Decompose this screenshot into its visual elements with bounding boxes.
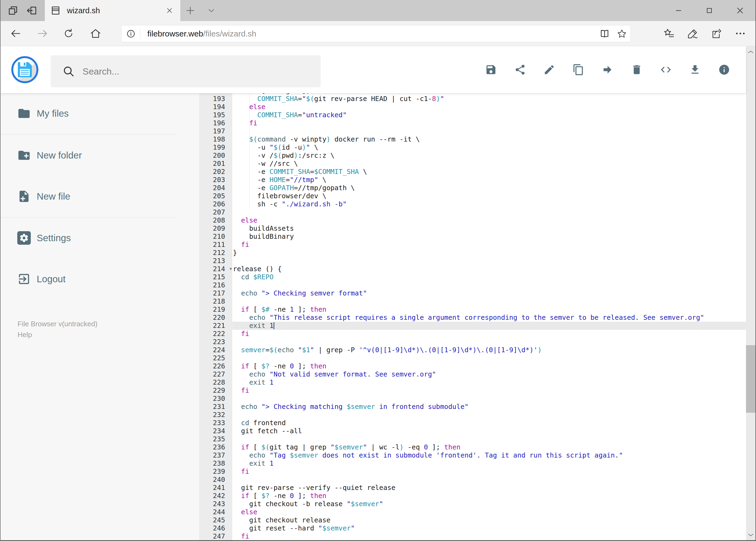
close-window-button[interactable] bbox=[725, 0, 755, 21]
code-line[interactable]: 229 fi bbox=[199, 386, 746, 395]
code-line[interactable]: 238 exit 1 bbox=[199, 459, 746, 467]
info-button[interactable] bbox=[718, 64, 730, 76]
code-line[interactable]: 235 bbox=[199, 435, 746, 443]
sidebar-item-my-files[interactable]: My files bbox=[1, 99, 199, 128]
code-line[interactable]: 214▾release () { bbox=[199, 265, 746, 273]
filebrowser-logo[interactable] bbox=[11, 56, 38, 83]
url-field[interactable]: filebrowser.web/files/wizard.sh bbox=[121, 25, 631, 42]
maximize-button[interactable] bbox=[694, 0, 725, 21]
home-button[interactable] bbox=[88, 26, 103, 41]
tab-close-button[interactable] bbox=[164, 5, 175, 16]
code-line[interactable]: 219 if [ $# -ne 1 ]; then bbox=[199, 305, 746, 313]
help-link[interactable]: Help bbox=[18, 329, 98, 340]
code-line[interactable]: 198 $(command -v winpty) docker run --rm… bbox=[199, 135, 746, 144]
code-line[interactable]: 197 bbox=[199, 127, 746, 135]
reading-view-button[interactable] bbox=[596, 26, 613, 41]
code-line[interactable]: 224 semver=$(echo "$1" | grep -P '^v(0|[… bbox=[199, 346, 746, 354]
code-line[interactable]: 246 git reset --hard "$semver" bbox=[199, 524, 746, 532]
fold-marker-icon[interactable]: ▾ bbox=[229, 265, 232, 273]
refresh-button[interactable] bbox=[61, 26, 76, 41]
code-line[interactable]: 193 COMMIT_SHA="$(git rev-parse HEAD | c… bbox=[199, 95, 746, 103]
sidebar-item-new-folder[interactable]: New folder bbox=[1, 141, 199, 170]
back-button[interactable] bbox=[8, 26, 23, 41]
minimize-button[interactable] bbox=[663, 0, 694, 21]
new-tab-button[interactable] bbox=[184, 4, 196, 17]
code-line[interactable]: 218 bbox=[199, 297, 746, 305]
scroll-down-icon[interactable] bbox=[747, 531, 754, 539]
share-button[interactable] bbox=[705, 26, 728, 41]
hub-button[interactable] bbox=[657, 26, 681, 41]
code-line[interactable]: 199 -u "$(id -u)" \ bbox=[199, 144, 746, 152]
code-line[interactable]: 194 else bbox=[199, 103, 746, 111]
switch-editor-button[interactable] bbox=[660, 64, 672, 76]
save-button[interactable] bbox=[485, 64, 497, 76]
favorite-star-button[interactable] bbox=[613, 26, 630, 41]
page-scrollbar[interactable] bbox=[746, 46, 755, 540]
code-line[interactable]: 242 if [ $? -ne 0 ]; then bbox=[199, 492, 746, 500]
code-line[interactable]: 208 else bbox=[199, 216, 746, 225]
code-line[interactable]: 223 bbox=[199, 338, 746, 346]
code-line[interactable]: 243 git checkout -b release "$semver" bbox=[199, 500, 746, 508]
code-line[interactable]: 210 buildBinary bbox=[199, 233, 746, 241]
code-line[interactable]: 213 bbox=[199, 257, 746, 265]
scrollbar-thumb[interactable] bbox=[746, 345, 755, 413]
code-line[interactable]: 200 -v /$(pwd):/src:z \ bbox=[199, 152, 746, 160]
download-button[interactable] bbox=[689, 64, 701, 76]
share-button[interactable] bbox=[514, 64, 526, 76]
code-line[interactable]: 230 bbox=[199, 395, 746, 403]
code-line[interactable]: 247 fi bbox=[199, 532, 746, 540]
code-line[interactable]: 244 else bbox=[199, 508, 746, 516]
delete-button[interactable] bbox=[631, 64, 642, 76]
set-tabs-aside-button[interactable] bbox=[26, 4, 38, 17]
settings-menu-button[interactable] bbox=[728, 26, 752, 41]
code-editor[interactable]: 192 if [ -d .git ]; then193 COMMIT_SHA="… bbox=[199, 93, 746, 540]
code-line[interactable]: 201 -w //src \ bbox=[199, 160, 746, 168]
code-line[interactable]: 222 fi bbox=[199, 330, 746, 338]
tab-list-button[interactable] bbox=[205, 4, 217, 17]
web-note-button[interactable] bbox=[681, 26, 705, 41]
code-line[interactable]: 237 echo "Tag $semver does not exist in … bbox=[199, 451, 746, 459]
code-line[interactable]: 220 echo "This release script requires a… bbox=[199, 313, 746, 322]
code-line[interactable]: 225 bbox=[199, 354, 746, 362]
sidebar-item-new-file[interactable]: New file bbox=[1, 182, 199, 211]
code-line[interactable]: 206 sh -c "./wizard.sh -b" bbox=[199, 200, 746, 208]
move-button[interactable] bbox=[602, 64, 614, 76]
code-line[interactable]: 207 bbox=[199, 208, 746, 216]
copy-icon bbox=[573, 64, 584, 76]
code-line[interactable]: 205 filebrowser/dev \ bbox=[199, 192, 746, 200]
code-line[interactable]: 233 cd frontend bbox=[199, 419, 746, 427]
code-line[interactable]: 234 git fetch --all bbox=[199, 427, 746, 435]
forward-button[interactable] bbox=[35, 26, 50, 41]
code-line[interactable]: 227 echo "Not valid semver format. See s… bbox=[199, 370, 746, 378]
tab-preview-button[interactable] bbox=[7, 4, 19, 17]
search-input[interactable]: Search... bbox=[51, 55, 321, 87]
code-line[interactable]: 245 git checkout release bbox=[199, 516, 746, 524]
sidebar-item-settings[interactable]: Settings bbox=[1, 223, 199, 253]
code-line[interactable]: 196 fi bbox=[199, 119, 746, 127]
copy-button[interactable] bbox=[573, 64, 584, 76]
code-line[interactable]: 212} bbox=[199, 249, 746, 257]
code-line[interactable]: 216 bbox=[199, 281, 746, 289]
code-line[interactable]: 204 -e GOPATH=//tmp/gopath \ bbox=[199, 184, 746, 192]
code-line[interactable]: 215 cd $REPO bbox=[199, 273, 746, 281]
browser-tab[interactable]: wizard.sh bbox=[45, 0, 180, 21]
code-line[interactable]: 211 fi bbox=[199, 241, 746, 249]
code-line[interactable]: 226 if [ $? -ne 0 ]; then bbox=[199, 362, 746, 370]
code-line[interactable]: 239 fi bbox=[199, 467, 746, 476]
code-line[interactable]: 232 bbox=[199, 411, 746, 419]
code-line[interactable]: 231 echo "> Checking matching $semver in… bbox=[199, 403, 746, 411]
rename-button[interactable] bbox=[543, 64, 555, 76]
code-line[interactable]: 236 if [ $(git tag | grep "$semver" | wc… bbox=[199, 443, 746, 451]
code-line[interactable]: 217 echo "> Checking semver format" bbox=[199, 289, 746, 297]
code-line[interactable]: 203 -e HOME="//tmp" \ bbox=[199, 176, 746, 184]
code-line[interactable]: 209 buildAssets bbox=[199, 225, 746, 233]
code-line[interactable]: 240 bbox=[199, 476, 746, 484]
code-line[interactable]: 195 COMMIT_SHA="untracked" bbox=[199, 111, 746, 119]
scroll-up-icon[interactable] bbox=[747, 48, 754, 56]
sidebar-item-logout[interactable]: Logout bbox=[1, 264, 199, 294]
code-line[interactable]: 228 exit 1 bbox=[199, 378, 746, 386]
line-number: 219 bbox=[199, 305, 232, 313]
code-line[interactable]: 202 -e COMMIT_SHA=$COMMIT_SHA \ bbox=[199, 168, 746, 176]
site-info-button[interactable] bbox=[122, 29, 140, 39]
code-line[interactable]: 241 git rev-parse --verify --quiet relea… bbox=[199, 484, 746, 492]
